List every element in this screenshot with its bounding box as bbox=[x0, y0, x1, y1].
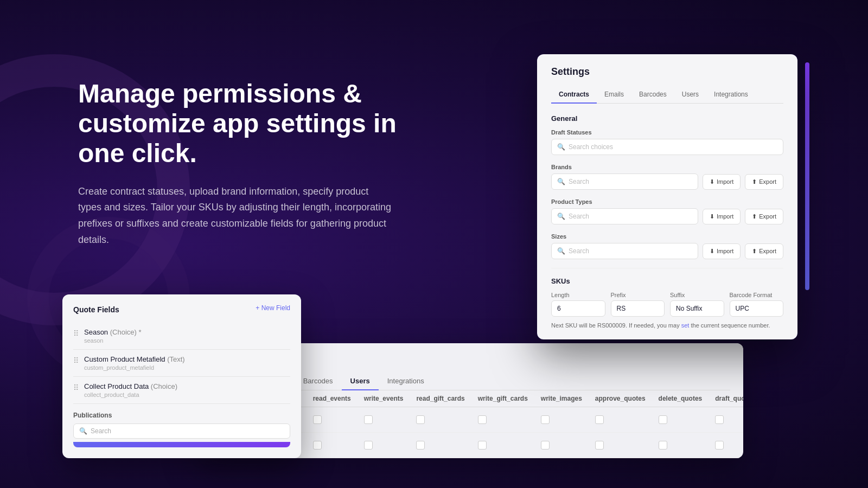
field-item-custom-product-metafield: ⠿ Custom Product Metafield (Text) custom… bbox=[73, 350, 290, 377]
col-write-images: write_images bbox=[534, 390, 589, 407]
search-icon-product-types: 🔍 bbox=[557, 213, 565, 220]
product-types-group: Product Types 🔍 Search ⬇ Import ⬆ Export bbox=[551, 198, 783, 224]
barcode-format-select[interactable]: UPC EAN bbox=[730, 300, 784, 317]
brands-import-button[interactable]: ⬇ Import bbox=[703, 174, 741, 190]
prefix-input[interactable] bbox=[611, 300, 665, 317]
checkbox-unchecked[interactable] bbox=[416, 415, 425, 424]
sku-fields-grid: Length Prefix Suffix Barcode Format UPC … bbox=[551, 292, 783, 317]
search-icon-brands: 🔍 bbox=[557, 178, 565, 185]
suffix-field-group: Suffix bbox=[670, 292, 724, 317]
field-item-collect-product-data: ⠿ Collect Product Data (Choice) collect_… bbox=[73, 377, 290, 404]
length-field-group: Length bbox=[551, 292, 605, 317]
checkbox-unchecked[interactable] bbox=[715, 441, 724, 450]
search-icon: 🔍 bbox=[557, 143, 565, 151]
write-events-cell-2[interactable] bbox=[358, 433, 410, 458]
checkbox-unchecked[interactable] bbox=[541, 441, 550, 450]
users-tab-barcodes[interactable]: Barcodes bbox=[295, 373, 342, 390]
brands-group: Brands 🔍 Search ⬇ Import ⬆ Export bbox=[551, 164, 783, 190]
draft-quotes-cell-1[interactable] bbox=[709, 407, 743, 433]
col-read-gift-cards: read_gift_cards bbox=[410, 390, 471, 407]
read-gift-cards-cell-1[interactable] bbox=[410, 407, 471, 433]
tab-integrations[interactable]: Integrations bbox=[706, 86, 756, 104]
suffix-label: Suffix bbox=[670, 292, 724, 298]
publications-search-box[interactable]: 🔍 Search bbox=[73, 423, 290, 439]
hero-section: Manage permissions & customize app setti… bbox=[78, 79, 431, 248]
draft-statuses-search[interactable]: 🔍 Search choices bbox=[551, 139, 783, 155]
length-label: Length bbox=[551, 292, 605, 298]
search-icon-sizes: 🔍 bbox=[557, 247, 565, 255]
quote-fields-card: Quote Fields + New Field ⠿ Season (Choic… bbox=[62, 294, 301, 458]
product-types-row: 🔍 Search ⬇ Import ⬆ Export bbox=[551, 208, 783, 224]
checkbox-unchecked[interactable] bbox=[541, 415, 550, 424]
delete-quotes-cell-1[interactable] bbox=[652, 407, 709, 433]
brands-row: 🔍 Search ⬇ Import ⬆ Export bbox=[551, 174, 783, 190]
drag-handle-icon[interactable]: ⠿ bbox=[73, 383, 79, 392]
sizes-group: Sizes 🔍 Search ⬇ Import ⬆ Export bbox=[551, 233, 783, 259]
publications-label: Publications bbox=[73, 412, 290, 419]
write-images-cell-2[interactable] bbox=[534, 433, 589, 458]
tab-contracts[interactable]: Contracts bbox=[551, 86, 597, 104]
checkbox-unchecked[interactable] bbox=[364, 441, 373, 450]
hero-title: Manage permissions & customize app setti… bbox=[78, 79, 431, 169]
write-gift-cards-cell-1[interactable] bbox=[471, 407, 534, 433]
checkbox-unchecked[interactable] bbox=[659, 441, 667, 450]
read-events-cell-1[interactable] bbox=[307, 407, 358, 433]
product-types-search-text: Search bbox=[569, 213, 589, 220]
quote-bottom-bar bbox=[73, 442, 290, 447]
product-types-import-button[interactable]: ⬇ Import bbox=[703, 209, 741, 224]
tab-barcodes[interactable]: Barcodes bbox=[631, 86, 674, 104]
sizes-search[interactable]: 🔍 Search bbox=[551, 243, 698, 259]
product-types-export-button[interactable]: ⬆ Export bbox=[745, 209, 783, 224]
read-gift-cards-cell-2[interactable] bbox=[410, 433, 471, 458]
drag-handle-icon[interactable]: ⠿ bbox=[73, 329, 79, 338]
right-accent-bar bbox=[805, 62, 809, 290]
checkbox-unchecked[interactable] bbox=[595, 415, 604, 424]
brands-search[interactable]: 🔍 Search bbox=[551, 174, 698, 190]
set-sequence-link[interactable]: set bbox=[681, 322, 690, 329]
import-icon-pt: ⬇ bbox=[710, 213, 714, 220]
delete-quotes-cell-2[interactable] bbox=[652, 433, 709, 458]
brands-export-button[interactable]: ⬆ Export bbox=[745, 174, 783, 190]
checkbox-unchecked[interactable] bbox=[313, 415, 322, 424]
approve-quotes-cell-2[interactable] bbox=[589, 433, 652, 458]
settings-body: General Draft Statuses 🔍 Search choices … bbox=[537, 104, 797, 339]
general-heading: General bbox=[551, 114, 783, 123]
sizes-export-button[interactable]: ⬆ Export bbox=[745, 243, 783, 259]
drag-handle-icon[interactable]: ⠿ bbox=[73, 356, 79, 365]
brands-label: Brands bbox=[551, 164, 783, 170]
checkbox-unchecked[interactable] bbox=[313, 441, 322, 450]
write-images-cell-1[interactable] bbox=[534, 407, 589, 433]
tab-emails[interactable]: Emails bbox=[597, 86, 631, 104]
publications-search-placeholder: Search bbox=[91, 427, 111, 435]
write-gift-cards-cell-2[interactable] bbox=[471, 433, 534, 458]
checkbox-unchecked[interactable] bbox=[478, 415, 487, 424]
next-sku-info: Next SKU will be RS000009. If needed, yo… bbox=[551, 322, 783, 329]
checkbox-unchecked[interactable] bbox=[715, 415, 724, 424]
col-write-gift-cards: write_gift_cards bbox=[471, 390, 534, 407]
users-tab-integrations[interactable]: Integrations bbox=[379, 373, 433, 390]
field-name-season: Season (Choice) * bbox=[84, 328, 142, 336]
checkbox-unchecked[interactable] bbox=[478, 441, 487, 450]
prefix-field-group: Prefix bbox=[611, 292, 665, 317]
field-name-custom-product-metafield: Custom Product Metafield (Text) bbox=[84, 355, 185, 363]
tab-users[interactable]: Users bbox=[674, 86, 706, 104]
checkbox-unchecked[interactable] bbox=[595, 441, 604, 450]
suffix-input[interactable] bbox=[670, 300, 724, 317]
draft-quotes-cell-2[interactable] bbox=[709, 433, 743, 458]
draft-statuses-group: Draft Statuses 🔍 Search choices bbox=[551, 129, 783, 155]
skus-label: SKUs bbox=[551, 277, 783, 285]
import-icon: ⬇ bbox=[710, 178, 714, 185]
checkbox-unchecked[interactable] bbox=[659, 415, 667, 424]
read-events-cell-2[interactable] bbox=[307, 433, 358, 458]
approve-quotes-cell-1[interactable] bbox=[589, 407, 652, 433]
write-events-cell-1[interactable] bbox=[358, 407, 410, 433]
checkbox-unchecked[interactable] bbox=[364, 415, 373, 424]
draft-statuses-label: Draft Statuses bbox=[551, 129, 783, 136]
col-delete-quotes: delete_quotes bbox=[652, 390, 709, 407]
product-types-search[interactable]: 🔍 Search bbox=[551, 208, 698, 224]
checkbox-unchecked[interactable] bbox=[416, 441, 425, 450]
new-field-button[interactable]: + New Field bbox=[256, 304, 290, 312]
length-input[interactable] bbox=[551, 300, 605, 317]
users-tab-users[interactable]: Users bbox=[342, 373, 379, 390]
sizes-import-button[interactable]: ⬇ Import bbox=[703, 243, 741, 259]
